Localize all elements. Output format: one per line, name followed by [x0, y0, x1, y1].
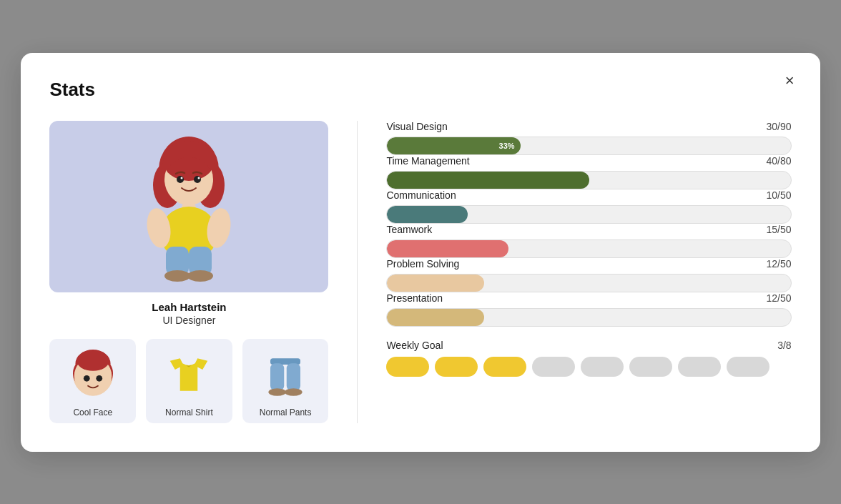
svg-point-10 [164, 270, 190, 282]
character-role: UI Designer [49, 315, 328, 326]
weekly-goal-row: Weekly Goal 3/8 [386, 340, 791, 377]
weekly-goal-header: Weekly Goal 3/8 [386, 340, 791, 351]
pip-empty-4 [581, 357, 624, 377]
shirt-icon [160, 346, 217, 403]
bar-percent-0: 33% [499, 142, 515, 150]
stat-row-1: Time Management40/80 [386, 155, 791, 189]
close-button[interactable]: × [785, 73, 795, 89]
stat-row-0: Visual Design30/9033% [386, 121, 791, 155]
weekly-pips [386, 357, 791, 377]
item-label-face: Cool Face [73, 407, 112, 417]
pants-icon [257, 346, 314, 403]
stat-row-4: Problem Solving12/50 [386, 258, 791, 292]
avatar-box [49, 121, 328, 292]
pip-filled-0 [386, 357, 429, 377]
bar-fill-4 [387, 275, 483, 292]
pip-filled-1 [435, 357, 478, 377]
item-card-face[interactable]: Cool Face [49, 339, 136, 423]
stat-label-3: Teamwork [386, 224, 432, 235]
stat-header-2: Communication10/50 [386, 189, 791, 201]
items-row: Cool Face Normal Shirt [49, 339, 328, 423]
stat-row-5: Presentation12/50 [386, 292, 791, 327]
stat-label-0: Visual Design [386, 121, 447, 132]
weekly-goal-label: Weekly Goal [386, 340, 443, 351]
stat-label-1: Time Management [386, 155, 469, 167]
svg-point-17 [198, 177, 200, 179]
svg-point-11 [187, 270, 213, 282]
modal-overlay: Stats × [0, 0, 841, 504]
pip-empty-3 [532, 357, 575, 377]
modal-title: Stats [49, 79, 791, 101]
svg-point-16 [181, 177, 183, 179]
svg-rect-27 [270, 363, 284, 391]
bar-fill-0: 33% [387, 137, 520, 154]
stat-label-4: Problem Solving [386, 258, 459, 270]
item-label-pants: Normal Pants [260, 407, 312, 417]
stat-row-2: Communication10/50 [386, 189, 791, 224]
bar-fill-2 [387, 206, 468, 223]
stat-row-3: Teamwork15/50 [386, 224, 791, 258]
bar-track-5 [386, 308, 791, 327]
svg-point-23 [77, 350, 109, 370]
svg-point-30 [285, 388, 303, 396]
bar-track-4 [386, 274, 791, 292]
bar-track-2 [386, 205, 791, 224]
item-label-shirt: Normal Shirt [165, 407, 213, 417]
character-name: Leah Hartstein [49, 301, 328, 313]
weekly-goal-value: 3/8 [777, 340, 791, 351]
stat-value-1: 40/80 [767, 155, 792, 167]
bar-fill-1 [387, 172, 589, 189]
right-panel: Visual Design30/9033%Time Management40/8… [386, 121, 791, 423]
stat-header-1: Time Management40/80 [386, 155, 791, 167]
bar-track-3 [386, 239, 791, 258]
divider [357, 121, 358, 423]
svg-point-29 [268, 388, 286, 396]
stat-header-5: Presentation12/50 [386, 292, 791, 304]
stat-value-2: 10/50 [767, 189, 792, 201]
bar-track-1 [386, 171, 791, 189]
pip-empty-7 [727, 357, 769, 377]
svg-point-14 [177, 176, 184, 183]
pip-empty-5 [629, 357, 672, 377]
svg-rect-28 [287, 363, 300, 391]
stat-value-0: 30/90 [767, 121, 792, 132]
stat-header-3: Teamwork15/50 [386, 224, 791, 235]
item-card-shirt[interactable]: Normal Shirt [146, 339, 232, 423]
bar-fill-5 [387, 309, 483, 326]
stat-value-5: 12/50 [767, 292, 792, 304]
stat-label-5: Presentation [386, 292, 443, 304]
pip-empty-6 [678, 357, 721, 377]
svg-point-15 [194, 176, 201, 183]
stats-modal: Stats × [21, 53, 820, 452]
face-icon [64, 346, 122, 403]
svg-point-24 [84, 375, 90, 381]
item-card-pants[interactable]: Normal Pants [242, 339, 329, 423]
stat-header-0: Visual Design30/90 [386, 121, 791, 132]
left-panel: Leah Hartstein UI Designer [49, 121, 328, 423]
stat-value-4: 12/50 [767, 258, 792, 270]
stat-header-4: Problem Solving12/50 [386, 258, 791, 270]
stats-container: Visual Design30/9033%Time Management40/8… [386, 121, 791, 327]
stat-label-2: Communication [386, 189, 456, 201]
bar-fill-3 [387, 240, 508, 257]
stat-value-3: 15/50 [767, 224, 792, 235]
character-avatar [124, 128, 253, 285]
modal-body: Leah Hartstein UI Designer [49, 121, 791, 423]
pip-filled-2 [483, 357, 526, 377]
bar-track-0: 33% [386, 137, 791, 155]
svg-point-25 [96, 375, 102, 381]
